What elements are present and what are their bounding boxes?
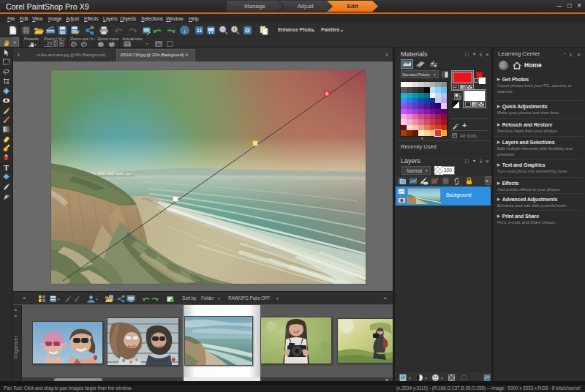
svg-text:T: T bbox=[4, 164, 9, 172]
svg-text:11: 11 bbox=[197, 28, 203, 33]
